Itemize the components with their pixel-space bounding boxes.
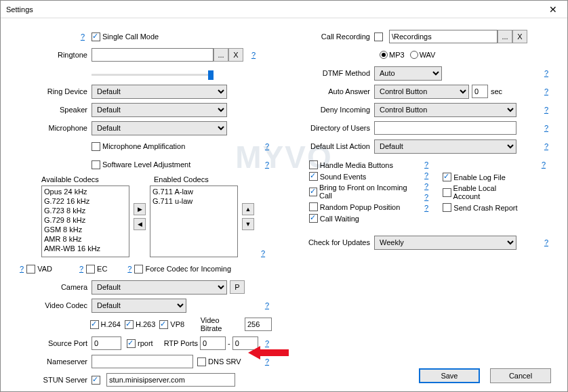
help-link[interactable]: ? [422,171,431,179]
sw-level-checkbox[interactable]: Software Level Adjustment [92,160,190,169]
ec-checkbox[interactable]: EC [86,265,107,274]
wav-radio[interactable] [410,51,418,59]
send-crash-report-checkbox[interactable]: Send Crash Report [443,203,520,212]
mp3-radio[interactable] [380,51,388,59]
codec-item[interactable]: Opus 24 kHz [43,187,128,196]
codec-item[interactable]: G.723 8 kHz [43,206,128,215]
help-link[interactable]: ? [77,265,86,273]
codec-item[interactable]: AMR-WB 16 kHz [43,244,128,253]
vp8-checkbox[interactable]: VP8 [159,320,184,329]
rtp-port-from-input[interactable] [200,336,226,350]
check-updates-label: Check for Updates [296,238,374,246]
slider-thumb[interactable] [208,70,214,80]
call-recording-checkbox[interactable] [374,32,385,41]
help-link[interactable]: ? [262,160,272,169]
help-link[interactable]: ? [542,124,551,132]
help-link[interactable]: ? [17,265,26,273]
ringtone-browse-button[interactable]: ... [214,48,228,62]
codec-move-right-button[interactable]: ▶ [134,203,146,215]
call-waiting-label: Call Waiting [320,215,359,223]
rport-label: rport [138,339,153,347]
help-link[interactable]: ? [258,249,268,257]
available-codecs-list[interactable]: Opus 24 kHzG.722 16 kHzG.723 8 kHzG.729 … [41,186,129,257]
help-link[interactable]: ? [422,182,431,190]
codec-item[interactable]: G.711 u-law [151,196,237,206]
help-link[interactable]: ? [539,160,548,169]
codec-item[interactable]: GSM 8 kHz [43,225,128,234]
enabled-codecs-list[interactable]: G.711 A-lawG.711 u-law [150,186,238,257]
camera-select[interactable]: Default [92,280,227,295]
ringtone-clear-button[interactable]: X [228,48,243,62]
help-link[interactable]: ? [249,51,258,59]
h264-checkbox[interactable]: H.264 [90,320,121,329]
sound-events-checkbox[interactable]: Sound Events [309,172,415,181]
vad-checkbox[interactable]: VAD [26,265,52,274]
help-link[interactable]: ? [262,301,272,309]
auto-answer-seconds-input[interactable] [472,85,488,98]
ringtone-input[interactable] [92,48,214,62]
microphone-select[interactable]: Default [92,121,227,135]
bring-to-front-checkbox[interactable]: Bring to Front on Incoming Call [309,183,415,200]
codec-move-left-button[interactable]: ◀ [134,218,146,230]
auto-answer-select[interactable]: Control Button [374,85,469,99]
help-link[interactable]: ? [542,69,551,77]
codec-move-down-button[interactable]: ▼ [242,218,254,230]
codec-move-up-button[interactable]: ▲ [242,203,254,215]
help-link[interactable]: ? [422,204,431,212]
stun-server-label: STUN Server [17,376,92,384]
single-call-mode-checkbox[interactable]: Single Call Mode [92,32,159,41]
rtp-port-to-input[interactable] [232,336,258,350]
directory-users-input[interactable] [374,121,516,135]
help-link[interactable]: ? [542,142,551,150]
dtmf-method-select[interactable]: Auto [374,66,442,81]
recording-path-input[interactable] [389,30,498,43]
force-codec-checkbox[interactable]: Force Codec for Incoming [134,265,231,274]
help-link[interactable]: ? [262,142,272,150]
recording-browse-button[interactable]: ... [498,30,512,43]
codec-item[interactable]: G.729 8 kHz [43,215,128,225]
help-link[interactable]: ? [78,32,87,41]
stun-server-input[interactable] [106,373,235,387]
h263-checkbox[interactable]: H.263 [125,320,155,329]
help-link[interactable]: ? [262,339,272,347]
video-codec-select[interactable]: Default [92,299,186,313]
help-link[interactable]: ? [262,357,272,366]
cancel-button[interactable]: Cancel [490,368,551,383]
enable-log-file-checkbox[interactable]: Enable Log File [443,173,520,181]
help-link[interactable]: ? [542,106,551,114]
stun-enable-checkbox[interactable] [92,376,102,385]
deny-incoming-label: Deny Incoming [296,106,374,114]
codec-item[interactable]: G.722 16 kHz [43,196,128,206]
ring-device-select[interactable]: Default [92,85,227,99]
handle-media-checkbox[interactable]: Handle Media Buttons [309,160,415,169]
help-link[interactable]: ? [125,265,134,273]
call-waiting-checkbox[interactable]: Call Waiting [309,214,415,223]
random-popup-label: Random Popup Position [320,203,401,211]
enable-local-account-checkbox[interactable]: Enable Local Account [443,184,520,200]
deny-incoming-select[interactable]: Control Button [374,103,516,117]
codec-item[interactable]: AMR 8 kHz [43,234,128,244]
help-link[interactable]: ? [422,193,431,201]
video-codec-label: Video Codec [17,301,92,309]
video-bitrate-input[interactable] [245,318,272,331]
help-link[interactable]: ? [542,238,551,246]
mic-amplification-checkbox[interactable]: Microphone Amplification [92,142,185,151]
camera-preview-button[interactable]: P [230,280,245,294]
close-icon[interactable]: ✕ [544,3,562,16]
codec-item[interactable]: G.711 A-law [151,187,237,196]
dash: - [228,339,230,347]
ringtone-volume-slider[interactable] [92,74,214,76]
rport-checkbox[interactable]: rport [127,339,153,348]
default-list-action-select[interactable]: Default [374,139,516,154]
save-button[interactable]: Save [419,368,480,383]
nameserver-input[interactable] [92,355,193,368]
help-link[interactable]: ? [542,87,551,95]
random-popup-checkbox[interactable]: Random Popup Position [309,202,415,211]
help-link[interactable]: ? [422,160,431,169]
recording-clear-button[interactable]: X [512,30,527,43]
dns-srv-checkbox[interactable]: DNS SRV [197,357,241,366]
check-updates-select[interactable]: Weekly [374,236,516,250]
speaker-select[interactable]: Default [92,103,227,117]
enable-local-account-label: Enable Local Account [453,184,520,200]
source-port-input[interactable] [92,336,121,350]
